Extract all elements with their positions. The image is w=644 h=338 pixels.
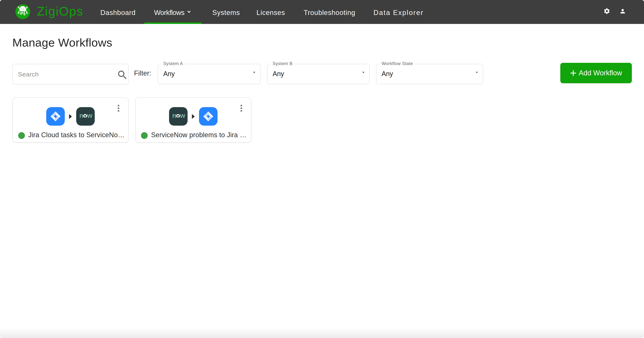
svg-text:n: n [172,112,176,119]
svg-text:n: n [80,112,84,119]
svg-text:w: w [180,112,185,119]
svg-text:w: w [87,112,92,119]
